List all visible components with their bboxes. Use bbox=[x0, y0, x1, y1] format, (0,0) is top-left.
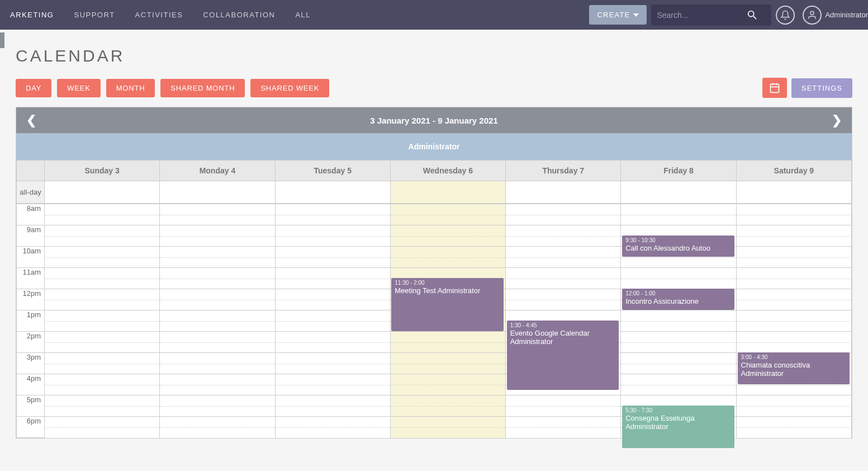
time-slot[interactable] bbox=[45, 289, 160, 310]
time-slot[interactable] bbox=[160, 353, 275, 374]
notifications-button[interactable] bbox=[776, 6, 795, 25]
nav-links: ARKETING SUPPORT ACTIVITIES COLLABORATIO… bbox=[0, 0, 321, 30]
time-slot[interactable] bbox=[736, 204, 851, 225]
time-slot[interactable] bbox=[275, 374, 390, 395]
nav-collaboration[interactable]: COLLABORATION bbox=[193, 0, 285, 30]
time-slot[interactable] bbox=[160, 417, 275, 438]
time-slot[interactable] bbox=[275, 332, 390, 353]
time-slot[interactable] bbox=[160, 225, 275, 247]
time-slot[interactable] bbox=[275, 225, 390, 247]
time-slot[interactable] bbox=[45, 417, 160, 438]
calendar-event[interactable]: 12:00 - 1:00Incontro Assicurazione bbox=[622, 289, 734, 310]
time-slot[interactable] bbox=[736, 268, 851, 289]
time-slot[interactable] bbox=[506, 395, 621, 417]
time-slot[interactable] bbox=[275, 353, 390, 374]
time-slot[interactable] bbox=[275, 395, 390, 417]
time-slot[interactable] bbox=[160, 204, 275, 225]
nav-marketing[interactable]: ARKETING bbox=[0, 0, 64, 30]
nav-activities[interactable]: ACTIVITIES bbox=[125, 0, 193, 30]
time-col-header bbox=[17, 161, 45, 181]
time-slot[interactable] bbox=[275, 289, 390, 310]
time-slot[interactable] bbox=[506, 268, 621, 289]
time-slot[interactable] bbox=[275, 268, 390, 289]
time-slot[interactable] bbox=[275, 247, 390, 268]
calendar-event[interactable]: 5:30 - 7:30Consegna Esselunga Administra… bbox=[622, 406, 734, 448]
time-slot[interactable] bbox=[390, 204, 505, 225]
time-slot[interactable] bbox=[45, 395, 160, 417]
time-slot[interactable] bbox=[506, 204, 621, 225]
time-slot[interactable] bbox=[506, 247, 621, 268]
time-slot[interactable] bbox=[621, 332, 736, 353]
time-slot[interactable] bbox=[160, 374, 275, 395]
time-slot[interactable] bbox=[160, 289, 275, 310]
time-slot[interactable] bbox=[45, 332, 160, 353]
time-slot[interactable] bbox=[736, 395, 851, 417]
time-slot[interactable] bbox=[45, 247, 160, 268]
settings-button[interactable]: SETTINGS bbox=[791, 78, 852, 98]
time-slot[interactable] bbox=[160, 247, 275, 268]
allday-cell[interactable] bbox=[736, 181, 851, 204]
time-slot[interactable] bbox=[736, 247, 851, 268]
date-picker-button[interactable] bbox=[762, 78, 787, 98]
view-shared-month[interactable]: SHARED MONTH bbox=[160, 79, 245, 97]
time-slot[interactable] bbox=[45, 225, 160, 247]
time-slot[interactable] bbox=[736, 289, 851, 310]
time-slot[interactable] bbox=[390, 332, 505, 353]
allday-cell[interactable] bbox=[621, 181, 736, 204]
time-slot[interactable] bbox=[275, 417, 390, 438]
calendar-event[interactable]: 11:30 - 2:00Meeting Test Administrator bbox=[391, 278, 503, 331]
time-slot[interactable] bbox=[621, 353, 736, 374]
allday-cell[interactable] bbox=[160, 181, 275, 204]
time-slot[interactable] bbox=[736, 332, 851, 353]
time-slot[interactable] bbox=[45, 310, 160, 332]
time-slot[interactable] bbox=[736, 225, 851, 247]
calendar-event[interactable]: 1:30 - 4:45Evento Google Calendar Admini… bbox=[507, 321, 619, 390]
time-slot[interactable] bbox=[621, 310, 736, 332]
time-slot[interactable] bbox=[621, 268, 736, 289]
time-slot[interactable] bbox=[506, 289, 621, 310]
view-week[interactable]: WEEK bbox=[57, 79, 100, 97]
day-header-fri: Friday 8 bbox=[621, 161, 736, 181]
search-input[interactable] bbox=[657, 11, 746, 20]
time-slot[interactable] bbox=[45, 204, 160, 225]
time-slot[interactable] bbox=[621, 374, 736, 395]
calendar-event[interactable]: 9:30 - 10:30Call con Alessandro Autoo bbox=[622, 236, 734, 257]
time-slot[interactable] bbox=[390, 247, 505, 268]
search-wrap[interactable] bbox=[651, 4, 771, 26]
time-slot[interactable] bbox=[506, 417, 621, 438]
time-slot[interactable] bbox=[390, 417, 505, 438]
side-handle[interactable] bbox=[0, 32, 4, 48]
time-slot[interactable] bbox=[736, 417, 851, 438]
view-day[interactable]: DAY bbox=[16, 79, 51, 97]
view-month[interactable]: MONTH bbox=[106, 79, 155, 97]
time-slot[interactable] bbox=[45, 268, 160, 289]
time-slot[interactable] bbox=[160, 310, 275, 332]
time-slot[interactable] bbox=[390, 225, 505, 247]
time-slot[interactable] bbox=[45, 374, 160, 395]
time-slot[interactable] bbox=[390, 374, 505, 395]
allday-cell[interactable] bbox=[45, 181, 160, 204]
allday-cell[interactable] bbox=[390, 181, 505, 204]
user-menu[interactable]: Administrator bbox=[803, 6, 868, 25]
time-slot[interactable] bbox=[160, 268, 275, 289]
calendar-event[interactable]: 3:00 - 4:30Chiamata conoscitiva Administ… bbox=[738, 352, 850, 384]
time-slot[interactable] bbox=[45, 353, 160, 374]
prev-week[interactable]: ❮ bbox=[16, 113, 46, 128]
view-shared-week[interactable]: SHARED WEEK bbox=[250, 79, 329, 97]
event-title: Consegna Esselunga Administrator bbox=[625, 414, 731, 431]
time-slot[interactable] bbox=[736, 310, 851, 332]
time-slot[interactable] bbox=[275, 310, 390, 332]
time-slot[interactable] bbox=[390, 395, 505, 417]
time-slot[interactable] bbox=[160, 395, 275, 417]
allday-cell[interactable] bbox=[506, 181, 621, 204]
create-button[interactable]: CREATE bbox=[589, 5, 647, 25]
nav-support[interactable]: SUPPORT bbox=[64, 0, 125, 30]
time-slot[interactable] bbox=[506, 225, 621, 247]
next-week[interactable]: ❯ bbox=[822, 113, 852, 128]
time-slot[interactable] bbox=[275, 204, 390, 225]
time-slot[interactable] bbox=[390, 353, 505, 374]
allday-cell[interactable] bbox=[275, 181, 390, 204]
time-slot[interactable] bbox=[621, 204, 736, 225]
time-slot[interactable] bbox=[160, 332, 275, 353]
nav-all[interactable]: ALL bbox=[285, 0, 321, 30]
